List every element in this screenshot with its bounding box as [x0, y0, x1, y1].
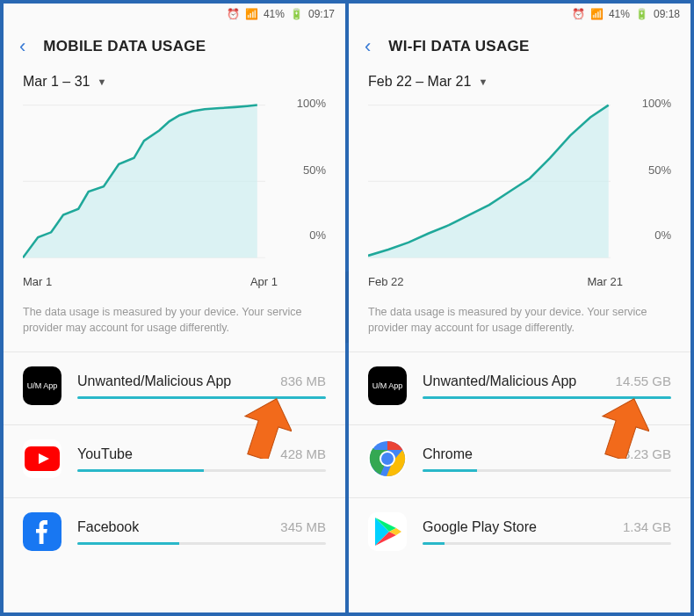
app-name: Chrome	[423, 446, 473, 462]
chart-svg	[23, 95, 326, 288]
y-label-0: 0%	[654, 228, 671, 242]
back-icon[interactable]: ‹	[19, 35, 25, 58]
date-range-selector[interactable]: Feb 22 – Mar 21 ▼	[349, 74, 690, 95]
app-row-malicious[interactable]: U/M App Unwanted/Malicious App 836 MB	[4, 352, 345, 424]
chart-svg	[368, 95, 671, 288]
clock-time: 09:17	[308, 8, 335, 20]
app-usage: 1.34 GB	[623, 519, 671, 534]
app-name: YouTube	[77, 446, 133, 462]
alarm-icon: ⏰	[572, 8, 585, 20]
signal-icon: 📶	[245, 8, 258, 20]
x-label-end: Apr 1	[250, 275, 278, 288]
app-icon-um: U/M App	[23, 366, 61, 405]
app-row-youtube[interactable]: YouTube 428 MB	[4, 425, 345, 497]
status-bar: ⏰ 📶 41% 🔋 09:17	[4, 4, 345, 25]
y-label-50: 50%	[303, 163, 326, 177]
battery-pct: 41%	[264, 8, 285, 20]
svg-point-11	[381, 453, 394, 465]
usage-bar	[423, 396, 671, 399]
app-usage: 3.23 GB	[623, 446, 671, 461]
usage-chart: 100% 50% 0% Feb 22 Mar 21	[368, 95, 671, 288]
usage-bar	[77, 469, 326, 472]
page-title: WI-FI DATA USAGE	[388, 38, 529, 55]
usage-bar	[423, 542, 671, 545]
header: ‹ MOBILE DATA USAGE	[4, 25, 345, 74]
app-row-playstore[interactable]: Google Play Store 1.34 GB	[349, 498, 690, 570]
app-icon-um: U/M App	[368, 366, 407, 405]
date-range-label: Mar 1 – 31	[23, 74, 90, 90]
panel-wifi: ⏰ 📶 41% 🔋 09:18 ‹ WI-FI DATA USAGE Feb 2…	[349, 4, 690, 612]
app-name: Google Play Store	[423, 519, 537, 535]
app-usage: 836 MB	[280, 373, 326, 388]
y-label-100: 100%	[297, 97, 326, 110]
disclaimer-text: The data usage is measured by your devic…	[349, 295, 690, 351]
chrome-icon	[368, 439, 407, 478]
app-name: Unwanted/Malicious App	[77, 373, 231, 389]
x-label-end: Mar 21	[588, 275, 623, 288]
date-range-selector[interactable]: Mar 1 – 31 ▼	[4, 74, 345, 95]
battery-icon: 🔋	[290, 8, 303, 20]
app-row-chrome[interactable]: Chrome 3.23 GB	[349, 425, 690, 497]
status-bar: ⏰ 📶 41% 🔋 09:18	[349, 4, 690, 25]
app-name: Unwanted/Malicious App	[423, 373, 576, 389]
usage-bar	[77, 396, 326, 399]
y-label-50: 50%	[648, 163, 671, 177]
usage-chart: 100% 50% 0% Mar 1 Apr 1	[23, 95, 326, 288]
play-store-icon	[368, 512, 407, 551]
clock-time: 09:18	[654, 8, 680, 20]
app-usage: 345 MB	[280, 519, 326, 534]
battery-icon: 🔋	[635, 8, 648, 20]
facebook-icon	[23, 512, 61, 551]
youtube-icon	[23, 439, 61, 478]
header: ‹ WI-FI DATA USAGE	[349, 25, 690, 74]
y-label-100: 100%	[642, 97, 671, 110]
app-usage: 428 MB	[280, 446, 326, 461]
signal-icon: 📶	[590, 8, 604, 20]
x-label-start: Mar 1	[23, 275, 52, 288]
battery-pct: 41%	[609, 8, 630, 20]
chevron-down-icon: ▼	[478, 76, 488, 87]
usage-bar	[77, 542, 326, 545]
page-title: MOBILE DATA USAGE	[43, 38, 206, 55]
usage-bar	[423, 469, 671, 472]
disclaimer-text: The data usage is measured by your devic…	[4, 295, 345, 351]
alarm-icon: ⏰	[227, 8, 240, 20]
y-label-0: 0%	[309, 228, 326, 242]
panel-mobile: ⏰ 📶 41% 🔋 09:17 ‹ MOBILE DATA USAGE Mar …	[4, 4, 345, 612]
app-row-facebook[interactable]: Facebook 345 MB	[4, 498, 345, 570]
chevron-down-icon: ▼	[97, 76, 106, 87]
app-name: Facebook	[77, 519, 139, 535]
app-row-malicious[interactable]: U/M App Unwanted/Malicious App 14.55 GB	[349, 352, 690, 424]
back-icon[interactable]: ‹	[365, 35, 371, 58]
date-range-label: Feb 22 – Mar 21	[368, 74, 471, 90]
x-label-start: Feb 22	[368, 275, 403, 288]
app-usage: 14.55 GB	[616, 373, 671, 388]
